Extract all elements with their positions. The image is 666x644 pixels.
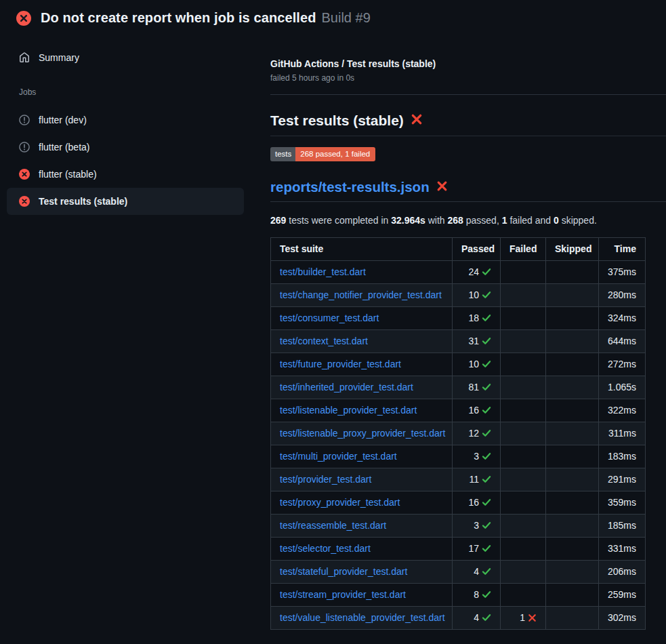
cell-time: 272ms [599,353,646,376]
suite-link[interactable]: test/multi_provider_test.dart [280,451,397,462]
summary-segment: 1 [502,215,507,226]
table-row: test/inherited_provider_test.dart811.065… [271,376,646,399]
job-label: flutter (stable) [39,169,97,180]
suite-link[interactable]: test/value_listenable_provider_test.dart [280,612,445,623]
status-line: failed 5 hours ago in 0s [270,73,666,83]
sidebar-summary-label: Summary [39,52,79,63]
cell-failed [501,422,546,445]
suite-link[interactable]: test/stream_provider_test.dart [280,589,406,600]
cell-time: 280ms [599,284,646,307]
sidebar-item-flutter-stable[interactable]: flutter (stable) [7,161,244,188]
table-row: test/value_listenable_provider_test.dart… [271,607,646,630]
suite-link[interactable]: test/selector_test.dart [280,543,371,554]
table-row: test/context_test.dart31644ms [271,330,646,353]
suite-link[interactable]: test/proxy_provider_test.dart [280,497,400,508]
suite-link[interactable]: test/provider_test.dart [280,474,371,485]
cell-passed: 31 [453,330,501,353]
job-label: flutter (dev) [39,115,87,125]
suite-link[interactable]: test/change_notifier_provider_test.dart [280,289,442,300]
cell-skipped [546,376,599,399]
passed-count: 4 [474,612,479,623]
table-row: test/reassemble_test.dart3185ms [271,515,646,538]
cell-passed: 11 [453,468,501,491]
cell-time: 324ms [599,307,646,330]
summary-segment: failed and [507,215,554,226]
cell-time: 375ms [599,261,646,284]
failed-count: 1 [520,612,525,623]
passed-count: 10 [468,359,479,369]
table-row: test/provider_test.dart11291ms [271,468,646,491]
suite-link[interactable]: test/inherited_provider_test.dart [280,382,413,393]
suite-link[interactable]: test/builder_test.dart [280,266,366,277]
cell-skipped [546,445,599,468]
cell-skipped [546,261,599,284]
cell-passed: 10 [453,284,501,307]
sidebar-item-test-results-stable[interactable]: Test results (stable) [7,188,244,215]
cell-skipped [546,422,599,445]
passed-count: 16 [468,405,479,416]
table-row: test/stateful_provider_test.dart4206ms [271,561,646,584]
cell-failed [501,561,546,584]
main-content: GitHub Actions / Test results (stable) f… [249,33,666,630]
cell-failed [501,284,546,307]
passed-count: 10 [468,289,479,300]
cell-time: 644ms [599,330,646,353]
table-row: test/future_provider_test.dart10272ms [271,353,646,376]
table-row: test/change_notifier_provider_test.dart1… [271,284,646,307]
col-time: Time [599,238,646,261]
cell-failed: 1 [501,607,546,630]
build-number: Build #9 [322,10,371,26]
cell-time: 1.065s [599,376,646,399]
report-title-link[interactable]: reports/test-results.json [270,179,666,202]
cell-failed [501,353,546,376]
job-label: Test results (stable) [39,196,127,207]
passed-count: 17 [468,543,479,554]
job-label: flutter (beta) [39,142,89,153]
cell-failed [501,399,546,422]
cell-time: 359ms [599,491,646,515]
suite-link[interactable]: test/future_provider_test.dart [280,359,401,369]
suite-link[interactable]: test/stateful_provider_test.dart [280,566,407,577]
col-test-suite: Test suite [271,238,453,261]
cell-skipped [546,584,599,607]
summary-segment: 32.964s [391,215,425,226]
suite-link[interactable]: test/consumer_test.dart [280,313,379,323]
cell-failed [501,515,546,538]
cell-time: 302ms [599,607,646,630]
failed-circle-icon [16,11,31,26]
sidebar-item-summary[interactable]: Summary [7,44,244,71]
passed-count: 18 [468,313,479,323]
cell-failed [501,307,546,330]
suite-link[interactable]: test/reassemble_test.dart [280,520,386,531]
breadcrumb: GitHub Actions / Test results (stable) [270,58,666,69]
cell-passed: 3 [453,445,501,468]
passed-count: 4 [474,566,479,577]
page-title: Do not create report when job is cancell… [41,10,316,26]
sidebar-item-flutter-dev[interactable]: flutter (dev) [7,106,244,134]
cell-time: 183ms [599,445,646,468]
failed-x-icon [411,113,423,129]
check-title-text: Test results (stable) [270,113,404,129]
passed-count: 81 [468,382,479,393]
suite-link[interactable]: test/listenable_proxy_provider_test.dart [280,428,445,439]
cell-test-suite: test/provider_test.dart [271,468,453,491]
cell-test-suite: test/consumer_test.dart [271,307,453,330]
suite-link[interactable]: test/listenable_provider_test.dart [280,405,417,416]
summary-segment: with [425,215,448,226]
cell-test-suite: test/change_notifier_provider_test.dart [271,284,453,307]
table-row: test/consumer_test.dart18324ms [271,307,646,330]
sidebar: Summary Jobs flutter (dev)flutter (beta)… [0,33,249,215]
cell-passed: 24 [453,261,501,284]
cell-skipped [546,284,599,307]
badge-label: tests [270,147,295,161]
suite-link[interactable]: test/context_test.dart [280,336,368,346]
cell-failed [501,261,546,284]
cell-time: 291ms [599,468,646,491]
cell-time: 322ms [599,399,646,422]
sidebar-item-flutter-beta[interactable]: flutter (beta) [7,134,244,161]
cell-passed: 4 [453,561,501,584]
summary-segment: skipped. [559,215,597,226]
cell-skipped [546,538,599,561]
header-divider [270,94,666,95]
check-title: Test results (stable) [270,113,666,136]
